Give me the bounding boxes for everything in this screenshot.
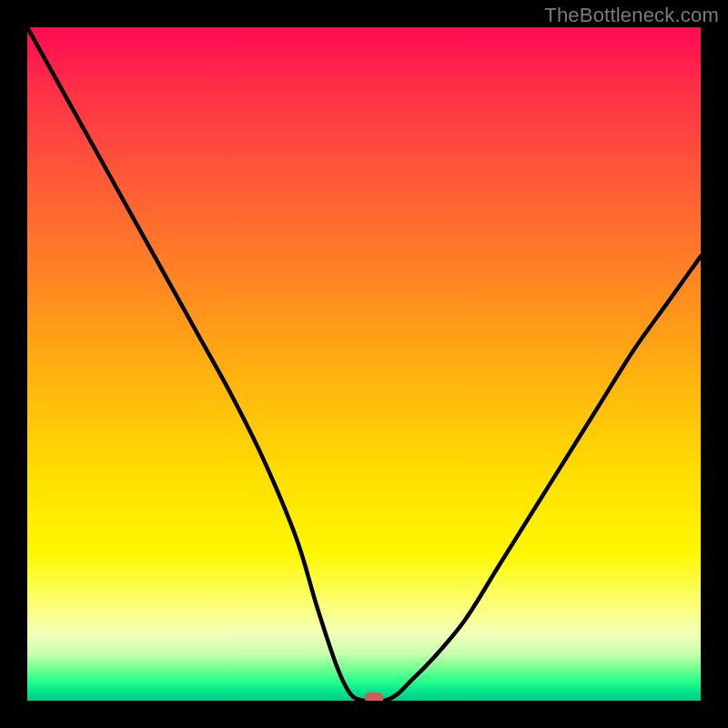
bottleneck-curve-path	[27, 27, 701, 701]
curve-layer	[27, 27, 701, 701]
bottleneck-chart: TheBottleneck.com	[0, 0, 728, 728]
plot-area	[27, 27, 701, 701]
attribution-watermark: TheBottleneck.com	[544, 4, 719, 27]
minimum-marker	[365, 693, 383, 701]
